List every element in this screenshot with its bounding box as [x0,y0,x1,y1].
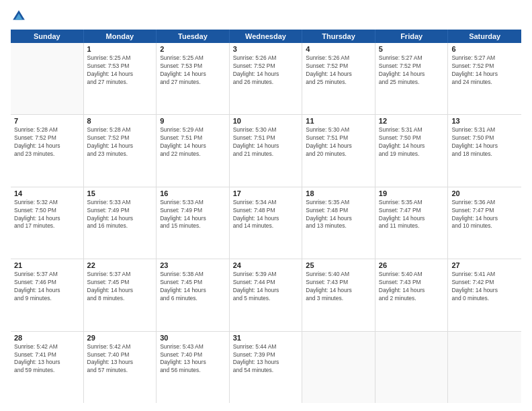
cal-cell: 19Sunrise: 5:35 AMSunset: 7:47 PMDayligh… [375,187,449,259]
cell-line: Daylight: 14 hours [306,71,371,79]
cell-line: Sunset: 7:49 PM [160,207,226,215]
cell-line: Sunset: 7:43 PM [379,279,445,287]
cell-line: Sunrise: 5:43 AM [160,343,226,351]
cell-line: Sunset: 7:51 PM [160,134,226,142]
cell-line: Daylight: 13 hours [160,359,226,367]
cal-cell: 31Sunrise: 5:44 AMSunset: 7:39 PMDayligh… [230,332,303,403]
cal-cell [375,332,449,403]
cell-line: and 17 minutes. [14,222,80,230]
cell-line: Daylight: 14 hours [379,142,445,150]
cell-line: Daylight: 14 hours [233,142,299,150]
cell-line: Sunset: 7:50 PM [379,134,445,142]
cell-line: Sunset: 7:46 PM [14,279,80,287]
cell-line: and 8 minutes. [87,295,153,303]
cell-line: and 15 minutes. [160,222,226,230]
cell-line: and 10 minutes. [451,222,518,230]
cal-cell: 11Sunrise: 5:30 AMSunset: 7:51 PMDayligh… [302,115,375,186]
cal-cell: 13Sunrise: 5:31 AMSunset: 7:50 PMDayligh… [448,115,521,186]
header-day-monday: Monday [84,30,157,43]
cell-line: Sunrise: 5:42 AM [87,343,153,351]
cell-line: and 0 minutes. [451,295,518,303]
day-number: 8 [87,117,153,125]
week-row-4: 28Sunrise: 5:42 AMSunset: 7:41 PMDayligh… [11,332,521,403]
cell-line: and 59 minutes. [14,367,80,375]
cell-line: Sunset: 7:47 PM [379,207,445,215]
day-number: 1 [87,45,153,53]
day-number: 9 [160,117,226,125]
cell-line: and 26 minutes. [233,79,299,87]
cell-line: Sunrise: 5:30 AM [306,126,371,134]
week-row-1: 7Sunrise: 5:28 AMSunset: 7:52 PMDaylight… [11,115,521,187]
cell-line: and 54 minutes. [233,367,299,375]
cell-line: Sunset: 7:47 PM [451,207,518,215]
cell-line: Sunset: 7:39 PM [233,351,299,359]
cell-line: and 20 minutes. [306,150,371,158]
cell-line: Sunrise: 5:26 AM [306,54,371,62]
cal-cell: 12Sunrise: 5:31 AMSunset: 7:50 PMDayligh… [375,115,449,186]
cal-cell: 18Sunrise: 5:35 AMSunset: 7:48 PMDayligh… [302,187,375,259]
cell-line: Daylight: 14 hours [87,71,153,79]
cell-line: Sunrise: 5:40 AM [379,271,445,279]
cal-cell: 14Sunrise: 5:32 AMSunset: 7:50 PMDayligh… [11,187,84,259]
cell-line: Daylight: 14 hours [14,142,80,150]
cell-line: Daylight: 14 hours [14,215,80,223]
cell-line: Sunset: 7:52 PM [233,62,299,71]
cell-line: Sunrise: 5:31 AM [379,126,445,134]
cell-line: Daylight: 13 hours [233,359,299,367]
cell-line: and 25 minutes. [379,79,445,87]
cal-cell: 24Sunrise: 5:39 AMSunset: 7:44 PMDayligh… [230,259,303,330]
day-number: 21 [14,261,80,269]
cal-cell: 16Sunrise: 5:33 AMSunset: 7:49 PMDayligh… [157,187,230,259]
cell-line: Sunrise: 5:27 AM [451,54,518,62]
cell-line: Daylight: 14 hours [379,215,445,223]
cell-line: Sunrise: 5:25 AM [87,54,153,62]
cell-line: and 57 minutes. [87,367,153,375]
cell-line: Daylight: 14 hours [306,142,371,150]
cell-line: Sunrise: 5:33 AM [160,199,226,207]
day-number: 29 [87,334,153,342]
cell-line: Sunset: 7:48 PM [306,207,371,215]
week-row-2: 14Sunrise: 5:32 AMSunset: 7:50 PMDayligh… [11,187,521,259]
cell-line: Daylight: 14 hours [233,287,299,295]
page: SundayMondayTuesdayWednesdayThursdayFrid… [0,0,532,411]
cell-line: Sunset: 7:45 PM [87,279,153,287]
cell-line: and 14 minutes. [233,222,299,230]
cell-line: Sunrise: 5:31 AM [451,126,518,134]
cal-cell: 25Sunrise: 5:40 AMSunset: 7:43 PMDayligh… [302,259,375,330]
cell-line: and 2 minutes. [379,295,445,303]
cal-cell: 26Sunrise: 5:40 AMSunset: 7:43 PMDayligh… [375,259,449,330]
cal-cell: 1Sunrise: 5:25 AMSunset: 7:53 PMDaylight… [84,43,157,114]
cell-line: Daylight: 14 hours [87,142,153,150]
cell-line: Daylight: 14 hours [233,215,299,223]
cell-line: and 6 minutes. [160,295,226,303]
cell-line: and 3 minutes. [306,295,371,303]
day-number: 14 [14,189,80,197]
cal-cell: 30Sunrise: 5:43 AMSunset: 7:40 PMDayligh… [157,332,230,403]
cell-line: Sunset: 7:40 PM [160,351,226,359]
day-number: 11 [306,117,371,125]
cell-line: Sunrise: 5:29 AM [160,126,226,134]
day-number: 20 [451,189,518,197]
cell-line: Sunrise: 5:39 AM [233,271,299,279]
cal-cell: 4Sunrise: 5:26 AMSunset: 7:52 PMDaylight… [302,43,375,114]
cell-line: and 25 minutes. [306,79,371,87]
header-day-sunday: Sunday [11,30,84,43]
cell-line: and 19 minutes. [379,150,445,158]
cell-line: and 21 minutes. [233,150,299,158]
cell-line: Sunrise: 5:32 AM [14,199,80,207]
cell-line: Sunrise: 5:44 AM [233,343,299,351]
day-number: 24 [233,261,299,269]
cell-line: Sunset: 7:53 PM [160,62,226,71]
day-number: 10 [233,117,299,125]
cell-line: and 13 minutes. [306,222,371,230]
day-number: 4 [306,45,371,53]
day-number: 3 [233,45,299,53]
cell-line: Sunrise: 5:38 AM [160,271,226,279]
cell-line: Sunset: 7:41 PM [14,351,80,359]
cell-line: and 27 minutes. [87,79,153,87]
cell-line: Daylight: 14 hours [87,287,153,295]
cell-line: and 16 minutes. [87,222,153,230]
cell-line: and 23 minutes. [87,150,153,158]
cell-line: and 9 minutes. [14,295,80,303]
day-number: 2 [160,45,226,53]
